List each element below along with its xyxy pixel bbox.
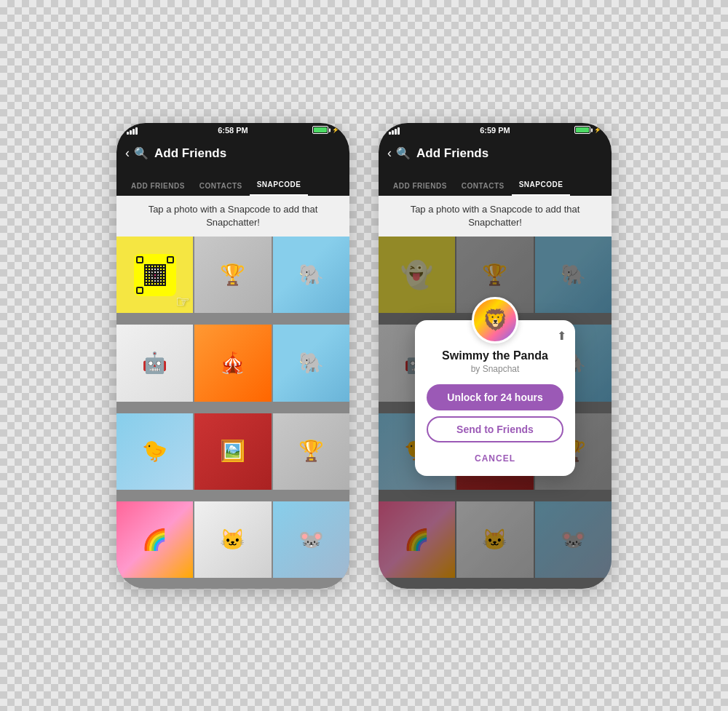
signal-area: [127, 126, 138, 135]
popup-avatar: 🦁: [472, 297, 518, 343]
signal-bar-4: [135, 127, 138, 135]
signal-bar-2: [130, 130, 132, 135]
photo-grid-right: 👻 🏆 🐘 🤖 🎪 🐘 🐤 🖼️ 🏆 🌈: [379, 237, 612, 589]
tabs-left: ADD FRIENDS CONTACTS SNAPCODE: [116, 170, 349, 196]
photo-grid-left: 👻 ☞ 🏆 🐘 🤖 🎪 🐘 🐤 🖼️: [116, 237, 349, 589]
tab-add-friends-left[interactable]: ADD FRIENDS: [124, 176, 192, 196]
popup-by: by Snapchat: [427, 364, 563, 374]
back-button-right[interactable]: ‹: [387, 146, 392, 161]
battery-icon-right: [574, 126, 590, 134]
instruction-bar-left: Tap a photo with a Snapcode to add that …: [116, 196, 349, 237]
signal-bar-r4: [397, 127, 400, 135]
cell-content-6: 🐘: [273, 325, 349, 401]
cell-content-5: 🎪: [194, 325, 271, 401]
phone-right: 6:59 PM ⚡ ‹ 🔍 Add Friends ADD FRIENDS CO…: [379, 123, 612, 589]
status-time-left: 6:58 PM: [218, 126, 248, 135]
cancel-button[interactable]: CANCEL: [475, 453, 515, 464]
battery-fill-right: [576, 127, 589, 132]
grid-cell-1[interactable]: 👻 ☞: [116, 237, 193, 313]
charging-icon-right: ⚡: [594, 127, 601, 133]
send-to-friends-button[interactable]: Send to Friends: [427, 416, 563, 442]
tab-add-friends-right[interactable]: ADD FRIENDS: [386, 176, 454, 196]
cell-content-11: 🐱: [194, 501, 271, 578]
cell-content-2: 🏆: [194, 237, 271, 313]
cell-content-8: 🖼️: [194, 413, 271, 490]
nav-bar-right: ‹ 🔍 Add Friends: [379, 138, 612, 170]
cell-content-7: 🐤: [116, 413, 193, 490]
nav-bar-left: ‹ 🔍 Add Friends: [116, 138, 349, 170]
grid-cell-5[interactable]: 🎪: [194, 325, 271, 401]
instruction-bar-right: Tap a photo with a Snapcode to add that …: [379, 196, 612, 237]
popup-overlay: 🦁 ⬆ Swimmy the Panda by Snapchat Unlock …: [379, 237, 612, 589]
unlock-button[interactable]: Unlock for 24 hours: [427, 384, 563, 410]
popup-character-name: Swimmy the Panda: [427, 349, 563, 362]
hand-pointer: ☞: [175, 293, 190, 311]
grid-cell-6[interactable]: 🐘: [273, 325, 349, 401]
grid-cell-4[interactable]: 🤖: [116, 325, 193, 401]
signal-bar-1: [127, 132, 129, 135]
instruction-text-left: Tap a photo with a Snapcode to add that …: [149, 204, 318, 228]
instruction-text-right: Tap a photo with a Snapcode to add that …: [411, 204, 580, 228]
phone-left: 6:58 PM ⚡ ‹ 🔍 Add Friends ADD FRIENDS CO…: [116, 123, 349, 589]
signal-area-right: [389, 126, 400, 135]
status-bar-left: 6:58 PM ⚡: [116, 123, 349, 138]
cell-content-10: 🌈: [116, 501, 193, 578]
tab-snapcode-right[interactable]: SNAPCODE: [512, 175, 571, 196]
grid-cell-2[interactable]: 🏆: [194, 237, 271, 313]
back-button-left[interactable]: ‹: [125, 146, 130, 161]
share-button[interactable]: ⬆: [557, 329, 566, 343]
cell-content-9: 🏆: [273, 413, 349, 490]
battery-fill-left: [314, 127, 327, 132]
signal-bar-r1: [389, 132, 391, 135]
popup-card: 🦁 ⬆ Swimmy the Panda by Snapchat Unlock …: [415, 320, 575, 476]
cell-content-12: 🐭: [273, 501, 349, 578]
search-icon-right[interactable]: 🔍: [396, 146, 411, 160]
battery-area-right: ⚡: [574, 126, 601, 134]
tab-snapcode-left[interactable]: SNAPCODE: [250, 175, 309, 196]
grid-cell-11[interactable]: 🐱: [194, 501, 271, 578]
tab-contacts-right[interactable]: CONTACTS: [454, 176, 512, 196]
signal-bar-r3: [395, 129, 397, 135]
battery-icon-left: [312, 126, 328, 134]
grid-cell-10[interactable]: 🌈: [116, 501, 193, 578]
status-time-right: 6:59 PM: [480, 126, 510, 135]
grid-cell-9[interactable]: 🏆: [273, 413, 349, 490]
battery-area-left: ⚡: [312, 126, 339, 134]
cell-content-3: 🐘: [273, 237, 349, 313]
signal-bar-r2: [392, 130, 394, 135]
grid-cell-3[interactable]: 🐘: [273, 237, 349, 313]
cell-content-4: 🤖: [116, 325, 193, 401]
nav-title-right: Add Friends: [416, 146, 488, 161]
tabs-right: ADD FRIENDS CONTACTS SNAPCODE: [379, 170, 612, 196]
charging-icon-left: ⚡: [332, 127, 339, 133]
tab-contacts-left[interactable]: CONTACTS: [192, 176, 250, 196]
grid-cell-7[interactable]: 🐤: [116, 413, 193, 490]
signal-bar-3: [132, 129, 135, 135]
status-bar-right: 6:59 PM ⚡: [379, 123, 612, 138]
search-icon-left[interactable]: 🔍: [134, 146, 149, 160]
grid-cell-12[interactable]: 🐭: [273, 501, 349, 578]
nav-title-left: Add Friends: [154, 146, 226, 161]
grid-cell-8[interactable]: 🖼️: [194, 413, 271, 490]
avatar-emoji: 🦁: [483, 308, 508, 332]
